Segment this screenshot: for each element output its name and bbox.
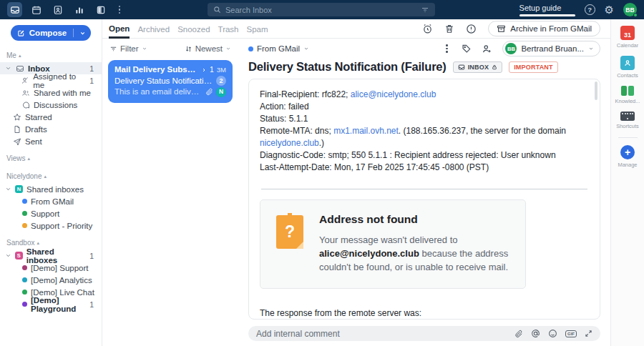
online-status-dot — [633, 13, 638, 17]
sidebar-channel-from-gmail[interactable]: From GMail — [0, 195, 102, 207]
right-rail: 31 Calendar Contacts Knowled... Shortcut… — [610, 19, 644, 346]
mta-link[interactable]: mx1.mail.ovh.net — [333, 126, 399, 136]
channel-dot — [22, 265, 27, 270]
sidebar-item-label: Discussions — [34, 101, 77, 109]
channel-label: From GMail — [31, 197, 74, 206]
sidebar-group-shared-inboxes-nicelydone[interactable]: N Shared inboxes — [0, 183, 102, 195]
top-bar: Setup guide ? ⚙ BB — [0, 0, 644, 19]
section-header-me[interactable]: Me▴ — [0, 44, 102, 62]
compose-dropdown-button[interactable] — [74, 30, 91, 36]
channel-dot — [22, 223, 27, 228]
rail-item-knowledge[interactable]: Knowled... — [611, 86, 644, 104]
comment-input[interactable]: Add internal comment — [256, 329, 507, 339]
chat-bubble-icon — [21, 101, 30, 109]
help-icon[interactable]: ? — [585, 4, 595, 15]
tab-open[interactable]: Open — [109, 19, 130, 39]
recipient-link[interactable]: alice@nicelydone.club — [351, 89, 436, 99]
rail-item-calendar[interactable]: 31 Calendar — [611, 26, 644, 49]
label-important[interactable]: IMPORTANT — [509, 61, 558, 73]
section-header-views[interactable]: Views▴ — [0, 147, 102, 165]
sidebar-item-shared[interactable]: Shared with me — [0, 86, 102, 99]
collapse-icon: ▴ — [36, 240, 39, 246]
mention-icon[interactable] — [531, 329, 540, 338]
chevron-down-icon[interactable] — [5, 65, 11, 71]
analytics-icon[interactable] — [72, 2, 87, 17]
split-view-icon[interactable] — [93, 2, 108, 17]
sidebar-channel-demo-support[interactable]: [Demo] Support — [0, 262, 102, 274]
chevron-down-icon[interactable] — [5, 252, 11, 259]
chevron-down-icon[interactable] — [5, 186, 11, 192]
more-menu-icon[interactable] — [114, 6, 125, 14]
calendar-icon[interactable] — [29, 2, 44, 17]
thread-more-icon[interactable] — [441, 44, 452, 53]
people-icon — [21, 89, 30, 97]
tag-icon[interactable] — [462, 44, 472, 54]
domain-link[interactable]: nicelydone.club — [260, 138, 319, 148]
rail-item-contacts[interactable]: Contacts — [611, 56, 644, 79]
compose-button[interactable]: Compose — [11, 25, 91, 41]
channel-dot — [22, 277, 27, 282]
unread-count: 1 — [89, 64, 102, 73]
user-avatar[interactable]: BB — [623, 3, 637, 16]
sidebar-item-discussions[interactable]: Discussions — [0, 99, 102, 111]
chevron-right-icon — [201, 67, 207, 73]
snooze-clock-icon[interactable] — [422, 24, 433, 34]
gif-icon[interactable]: GIF — [565, 330, 577, 337]
thread-subject: Delivery Status Notification (Failure) — [248, 60, 447, 74]
list-tabs: Open Archived Snoozed Trash Spam — [102, 19, 238, 39]
thread-subtoolbar: From GMail BB Bertrand Bruan... — [238, 39, 610, 59]
attach-paperclip-icon[interactable] — [514, 330, 523, 338]
address-not-found-card: ? Address not found Your message wasn't … — [260, 199, 526, 289]
search-input[interactable] — [225, 6, 416, 14]
sidebar-channel-support[interactable]: Support — [0, 207, 102, 219]
sidebar-item-label: Assigned to me — [33, 72, 86, 89]
lock-icon — [492, 64, 497, 70]
trash-icon[interactable] — [444, 24, 454, 34]
search-bar[interactable] — [208, 3, 435, 16]
mail-icon[interactable] — [7, 2, 22, 17]
sort-button[interactable]: Newest — [195, 44, 223, 53]
sort-icon — [185, 45, 192, 53]
conversation-time: 3M — [217, 64, 226, 76]
emoji-icon[interactable] — [548, 329, 557, 338]
search-filter-icon[interactable] — [421, 6, 429, 14]
expand-icon[interactable] — [585, 330, 592, 337]
sidebar-channel-demo-playground[interactable]: [Demo] Playground 1 — [0, 298, 102, 310]
sidebar-item-drafts[interactable]: Drafts — [0, 123, 102, 135]
sidebar-channel-support-priority[interactable]: Support - Priority — [0, 219, 102, 232]
channel-label: Support — [31, 209, 59, 218]
assignee-selector[interactable]: BB Bertrand Bruan... — [502, 41, 600, 56]
sidebar-item-label: Drafts — [25, 125, 47, 134]
comment-composer[interactable]: Add internal comment GIF — [248, 326, 600, 341]
spam-alert-icon[interactable] — [466, 24, 477, 34]
archive-button[interactable]: Archive in From GMail — [488, 21, 600, 36]
inbox-origin-badge: N — [216, 87, 226, 97]
label-inbox[interactable]: INBOX — [453, 61, 503, 73]
add-person-icon[interactable] — [482, 44, 492, 54]
sidebar-channel-demo-analytics[interactable]: [Demo] Analytics — [0, 274, 102, 286]
setup-guide[interactable]: Setup guide — [519, 4, 575, 16]
section-header-nicelydone[interactable]: Nicelydone▴ — [0, 165, 102, 183]
thread-pane: Archive in From GMail From GMail BB Bert… — [238, 19, 610, 346]
rail-item-manage[interactable]: + Manage — [611, 145, 644, 168]
settings-gear-icon[interactable]: ⚙ — [605, 4, 614, 15]
sidebar-item-sent[interactable]: Sent — [0, 135, 102, 147]
thread-header: Delivery Status Notification (Failure) I… — [238, 59, 610, 79]
sidebar-group-shared-inboxes-sandbox[interactable]: S Shared inboxes 1 — [0, 249, 102, 262]
sidebar-item-assigned[interactable]: Assigned to me 1 — [0, 74, 102, 86]
sidebar-item-starred[interactable]: Starred — [0, 111, 102, 123]
thread-toolbar: Archive in From GMail — [238, 19, 610, 39]
contacts-icon[interactable] — [50, 2, 65, 17]
filter-button[interactable]: Filter — [120, 44, 139, 53]
tab-snoozed[interactable]: Snoozed — [177, 19, 210, 38]
message-scrollbar[interactable] — [595, 81, 597, 100]
mailbox-selector[interactable]: From GMail — [248, 44, 309, 53]
rail-item-shortcuts[interactable]: Shortcuts — [611, 112, 644, 129]
tab-trash[interactable]: Trash — [218, 19, 239, 38]
document-icon — [12, 125, 21, 134]
star-icon — [12, 113, 21, 122]
conversation-item-selected[interactable]: Mail Delivery Subsystem 1 3M Delivery St… — [108, 60, 233, 103]
sidebar-item-label: Sent — [25, 137, 42, 146]
sidebar-item-label: Starred — [25, 113, 52, 122]
tab-archived[interactable]: Archived — [137, 19, 170, 38]
